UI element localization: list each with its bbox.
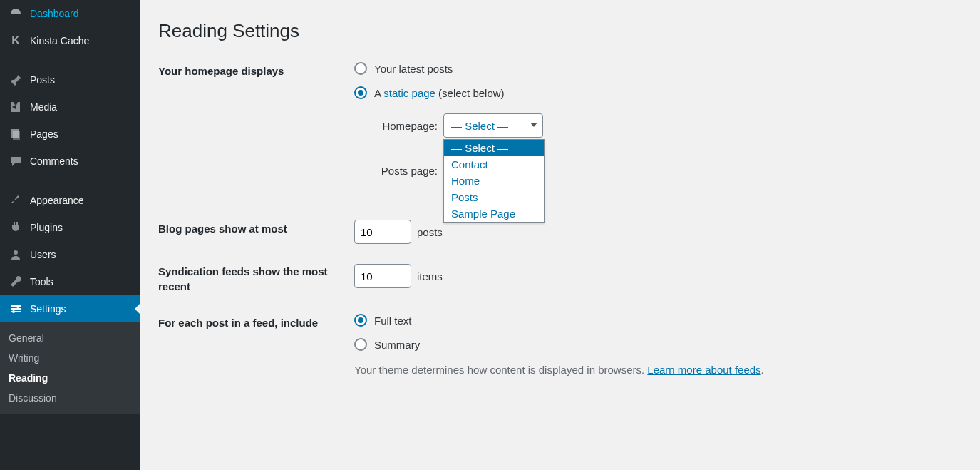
submenu-reading[interactable]: Reading: [0, 368, 140, 388]
submenu-writing[interactable]: Writing: [0, 348, 140, 368]
unit-text: items: [417, 270, 443, 282]
sidebar-item-tools[interactable]: Tools: [0, 268, 140, 295]
radio-static-page[interactable]: [354, 86, 367, 99]
static-page-link[interactable]: static page: [383, 87, 435, 99]
homepage-select-row: Homepage: — Select — — Select — Contact …: [370, 113, 966, 138]
homepage-select[interactable]: — Select — — Select — Contact Home Posts…: [443, 113, 543, 138]
svg-rect-1: [13, 131, 20, 140]
settings-submenu: General Writing Reading Discussion: [0, 322, 140, 414]
pin-icon: [9, 73, 23, 87]
sidebar-item-media[interactable]: Media: [0, 93, 140, 121]
unit-text: posts: [417, 226, 443, 238]
radio-label: Full text: [374, 315, 412, 327]
radio-label: A static page (select below): [374, 87, 505, 99]
page-icon: [9, 127, 23, 141]
option-full-text[interactable]: Full text: [354, 314, 966, 327]
sidebar-item-label: Appearance: [30, 195, 84, 206]
row-blog-pages: Blog pages show at most posts: [158, 220, 966, 244]
option-latest-posts[interactable]: Your latest posts: [354, 62, 966, 75]
feed-description: Your theme determines how content is dis…: [354, 364, 966, 376]
sidebar-item-label: Tools: [30, 276, 53, 287]
dropdown-option[interactable]: Home: [444, 173, 544, 189]
svg-point-8: [12, 310, 15, 313]
kinsta-icon: K: [9, 34, 23, 48]
content-area: Reading Settings Your homepage displays …: [140, 0, 980, 470]
sidebar-item-kinsta[interactable]: K Kinsta Cache: [0, 27, 140, 54]
dropdown-option[interactable]: Contact: [444, 156, 544, 173]
label-syndication: Syndication feeds show the most recent: [158, 264, 354, 294]
sidebar-item-label: Dashboard: [30, 8, 79, 19]
admin-sidebar: Dashboard K Kinsta Cache Posts Media Pag…: [0, 0, 140, 470]
row-homepage-displays: Your homepage displays Your latest posts…: [158, 62, 966, 204]
sidebar-item-settings[interactable]: Settings: [0, 295, 140, 322]
radio-summary[interactable]: [354, 338, 367, 351]
label-blog-pages: Blog pages show at most: [158, 220, 354, 235]
row-syndication: Syndication feeds show the most recent i…: [158, 264, 966, 294]
row-feed-include: For each post in a feed, include Full te…: [158, 314, 966, 376]
sidebar-item-appearance[interactable]: Appearance: [0, 187, 140, 214]
label-homepage-select: Homepage:: [370, 120, 438, 132]
sidebar-item-label: Pages: [30, 128, 58, 140]
svg-point-7: [16, 307, 19, 310]
sidebar-item-label: Users: [30, 249, 56, 260]
brush-icon: [9, 193, 23, 208]
dropdown-option[interactable]: Sample Page: [444, 205, 544, 222]
option-summary[interactable]: Summary: [354, 338, 966, 351]
sidebar-item-label: Media: [30, 101, 57, 113]
dropdown-option[interactable]: Posts: [444, 189, 544, 205]
sidebar-item-posts[interactable]: Posts: [0, 66, 140, 93]
option-static-page[interactable]: A static page (select below): [354, 86, 966, 99]
sidebar-item-label: Plugins: [30, 222, 63, 233]
submenu-discussion[interactable]: Discussion: [0, 388, 140, 408]
radio-label: Your latest posts: [374, 63, 453, 75]
radio-full-text[interactable]: [354, 314, 367, 327]
radio-label: Summary: [374, 339, 420, 351]
radio-latest-posts[interactable]: [354, 62, 367, 75]
sidebar-item-dashboard[interactable]: Dashboard: [0, 0, 140, 27]
sidebar-item-label: Kinsta Cache: [30, 35, 89, 46]
sidebar-item-pages[interactable]: Pages: [0, 121, 140, 148]
syndication-input[interactable]: [354, 264, 411, 288]
submenu-general[interactable]: General: [0, 328, 140, 348]
label-homepage-displays: Your homepage displays: [158, 62, 354, 77]
sidebar-item-users[interactable]: Users: [0, 241, 140, 268]
homepage-dropdown: — Select — Contact Home Posts Sample Pag…: [443, 139, 545, 223]
svg-point-2: [14, 250, 18, 255]
label-feed-include: For each post in a feed, include: [158, 314, 354, 329]
user-icon: [9, 247, 23, 262]
learn-more-link[interactable]: Learn more about feeds: [647, 364, 760, 376]
blog-pages-input[interactable]: [354, 220, 411, 244]
media-icon: [9, 100, 23, 114]
wrench-icon: [9, 275, 23, 289]
dashboard-icon: [9, 6, 23, 21]
select-display[interactable]: — Select —: [443, 113, 543, 138]
sidebar-item-comments[interactable]: Comments: [0, 148, 140, 175]
plug-icon: [9, 220, 23, 235]
sidebar-item-label: Settings: [30, 303, 66, 315]
sidebar-item-label: Comments: [30, 155, 78, 167]
sidebar-item-plugins[interactable]: Plugins: [0, 214, 140, 241]
page-title: Reading Settings: [158, 20, 966, 42]
comment-icon: [9, 154, 23, 168]
label-posts-page-select: Posts page:: [370, 165, 438, 177]
svg-point-6: [12, 305, 15, 307]
sidebar-item-label: Posts: [30, 74, 55, 86]
chevron-down-icon: [530, 123, 537, 127]
settings-icon: [9, 302, 23, 316]
dropdown-option[interactable]: — Select —: [444, 140, 544, 156]
